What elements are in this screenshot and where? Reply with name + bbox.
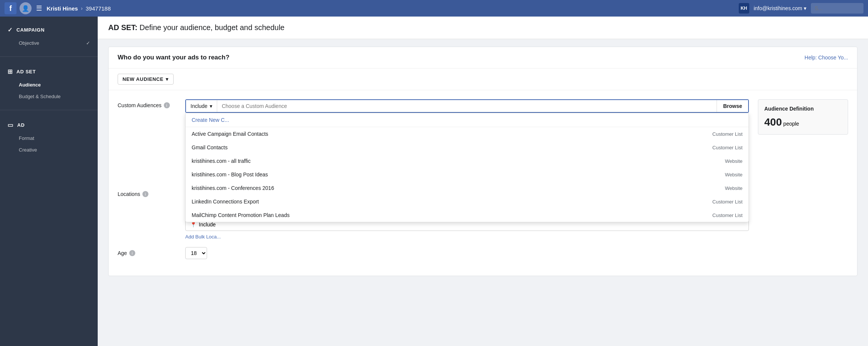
audience-section: Who do you want your ads to reach? Help:… <box>108 47 857 276</box>
hamburger-menu[interactable]: ☰ <box>36 4 42 12</box>
dropdown-item-type-3: Website <box>725 172 742 178</box>
page-header: AD SET: Define your audience, budget and… <box>98 17 868 39</box>
section-title: Who do you want your ads to reach? <box>118 54 230 61</box>
dropdown-item-name-2: kristihines.com - all traffic <box>192 158 251 164</box>
age-control: 18 <box>185 247 749 259</box>
audience-text-input[interactable] <box>217 100 717 112</box>
budget-label: Budget & Schedule <box>19 94 60 99</box>
add-bulk-link[interactable]: Add Bulk Loca... <box>185 234 749 240</box>
main-content: AD SET: Define your audience, budget and… <box>98 17 868 346</box>
dropdown-item-type-1: Customer List <box>712 145 742 150</box>
age-row: Age i 18 <box>118 247 749 259</box>
audience-input-container: Include ▾ Browse Create New C... Ac <box>185 99 749 113</box>
dropdown-item-type-6: Customer List <box>712 212 742 218</box>
locations-info-icon[interactable]: i <box>142 191 148 197</box>
sidebar-section-ad: ▭ AD Format Creative <box>0 112 98 162</box>
audience-definition-box: Audience Definition 400 people <box>758 99 848 135</box>
form-area: Custom Audiences i Include ▾ Browse <box>109 90 857 276</box>
nav-arrow: › <box>81 5 83 11</box>
sidebar-item-creative[interactable]: Creative <box>0 144 98 156</box>
sidebar-item-audience[interactable]: Audience <box>0 79 98 91</box>
create-new-link[interactable]: Create New C... <box>186 113 749 127</box>
locations-label: Locations i <box>118 188 185 197</box>
custom-audiences-row: Custom Audiences i Include ▾ Browse <box>118 99 749 113</box>
audience-size-display: 400 people <box>764 116 842 128</box>
include-location-pin-icon: 📍 <box>190 222 197 228</box>
include-chevron-icon: ▾ <box>210 103 212 109</box>
dropdown-item-3[interactable]: kristihines.com - Blog Post Ideas Websit… <box>186 168 749 181</box>
dropdown-item-1[interactable]: Gmail Contacts Customer List <box>186 141 749 154</box>
dropdown-item-type-5: Customer List <box>712 199 742 205</box>
dropdown-item-name-1: Gmail Contacts <box>192 144 228 150</box>
page-header-label: AD SET: <box>108 23 138 32</box>
nav-email: info@kristihines.com ▾ <box>754 5 806 11</box>
campaign-icon: ✓ <box>8 26 13 33</box>
dropdown-item-name-0: Active Campaign Email Contacts <box>192 131 268 137</box>
page-layout: ✓ CAMPAIGN Objective ✓ ⊞ AD SET Audience… <box>0 0 868 346</box>
audience-size-unit: people <box>783 121 799 127</box>
dropdown-item-name-6: MailChimp Content Promotion Plan Leads <box>192 212 290 218</box>
nav-account-id: 39477188 <box>86 5 111 12</box>
ad-icon: ▭ <box>8 121 14 129</box>
help-link[interactable]: Help: Choose Yo... <box>804 55 848 61</box>
divider-1 <box>0 56 98 57</box>
sidebar: ✓ CAMPAIGN Objective ✓ ⊞ AD SET Audience… <box>0 17 98 346</box>
sidebar-section-adset: ⊞ AD SET Audience Budget & Schedule <box>0 58 98 108</box>
campaign-label: CAMPAIGN <box>17 27 45 33</box>
format-label: Format <box>19 135 34 141</box>
sidebar-item-budget[interactable]: Budget & Schedule <box>0 91 98 102</box>
new-audience-label: NEW AUDIENCE <box>122 76 163 82</box>
dropdown-item-6[interactable]: MailChimp Content Promotion Plan Leads C… <box>186 208 749 222</box>
user-avatar: 👤 <box>20 2 32 14</box>
include-button[interactable]: Include ▾ <box>186 100 217 112</box>
audience-bar: NEW AUDIENCE ▾ <box>109 68 857 90</box>
audience-label: Audience <box>19 82 41 88</box>
dropdown-item-name-3: kristihines.com - Blog Post Ideas <box>192 171 268 178</box>
include-label: Include <box>191 103 207 109</box>
age-label: Age i <box>118 247 185 256</box>
adset-label: AD SET <box>17 69 36 74</box>
audience-input-group: Include ▾ Browse <box>185 99 749 113</box>
dropdown-item-5[interactable]: LinkedIn Connections Export Customer Lis… <box>186 195 749 208</box>
nav-right: KH info@kristihines.com ▾ <box>739 3 863 14</box>
age-info-icon[interactable]: i <box>129 250 135 256</box>
audience-dropdown-menu: Create New C... Active Campaign Email Co… <box>185 113 749 222</box>
dropdown-item-type-4: Website <box>725 185 742 191</box>
nav-initials: KH <box>739 3 749 14</box>
objective-check: ✓ <box>86 40 90 46</box>
sidebar-section-campaign: ✓ CAMPAIGN Objective ✓ <box>0 17 98 55</box>
divider-2 <box>0 110 98 110</box>
age-select[interactable]: 18 <box>185 247 207 259</box>
audience-definition-title: Audience Definition <box>764 106 842 112</box>
section-title-bar: Who do you want your ads to reach? Help:… <box>109 47 857 68</box>
sidebar-campaign-header[interactable]: ✓ CAMPAIGN <box>0 23 98 37</box>
sidebar-adset-header[interactable]: ⊞ AD SET <box>0 64 98 79</box>
chevron-down-icon: ▾ <box>166 76 169 82</box>
dropdown-item-2[interactable]: kristihines.com - all traffic Website <box>186 154 749 168</box>
custom-audiences-info-icon[interactable]: i <box>164 102 170 108</box>
new-audience-button[interactable]: NEW AUDIENCE ▾ <box>118 74 174 85</box>
audience-size-number: 400 <box>764 116 782 128</box>
dropdown-item-name-5: LinkedIn Connections Export <box>192 199 259 205</box>
browse-button[interactable]: Browse <box>717 100 748 112</box>
page-header-title: Define your audience, budget and schedul… <box>139 23 284 32</box>
sidebar-item-format[interactable]: Format <box>0 132 98 144</box>
form-left: Custom Audiences i Include ▾ Browse <box>118 99 749 267</box>
nav-search-input[interactable] <box>811 3 863 14</box>
audience-definition-panel: Audience Definition 400 people <box>758 99 848 267</box>
dropdown-item-name-4: kristihines.com - Conferences 2016 <box>192 185 274 191</box>
top-nav: f 👤 ☰ Kristi Hines › 39477188 KH info@kr… <box>0 0 868 17</box>
sidebar-item-objective[interactable]: Objective ✓ <box>0 37 98 49</box>
sidebar-ad-header[interactable]: ▭ AD <box>0 118 98 132</box>
creative-label: Creative <box>19 147 37 153</box>
dropdown-item-type-2: Website <box>725 158 742 164</box>
dropdown-item-4[interactable]: kristihines.com - Conferences 2016 Websi… <box>186 181 749 195</box>
include-location-label: Include <box>199 222 216 228</box>
dropdown-item-0[interactable]: Active Campaign Email Contacts Customer … <box>186 127 749 141</box>
nav-user-name: Kristi Hines <box>47 5 78 12</box>
dropdown-item-type-0: Customer List <box>712 131 742 137</box>
custom-audiences-label: Custom Audiences i <box>118 99 185 108</box>
ad-label: AD <box>17 122 25 128</box>
facebook-logo: f <box>5 2 17 14</box>
adset-icon: ⊞ <box>8 68 13 75</box>
